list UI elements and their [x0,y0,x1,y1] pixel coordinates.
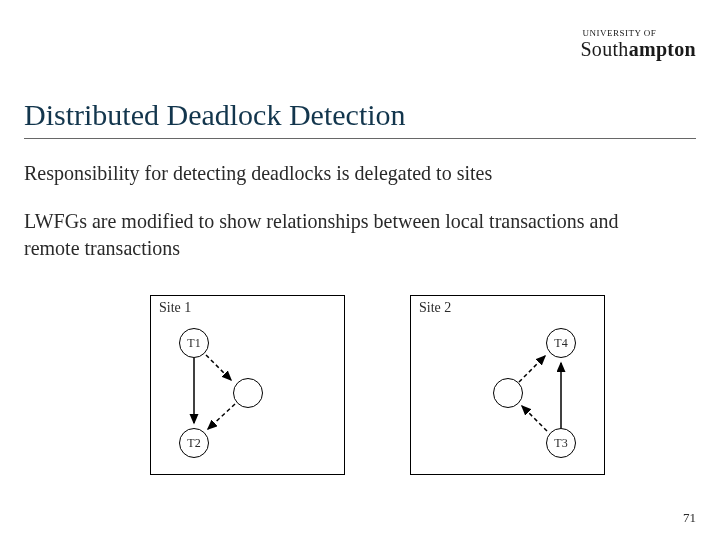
svg-line-1 [206,355,231,380]
node-t2: T2 [179,428,209,458]
node-t4: T4 [546,328,576,358]
page-number: 71 [683,510,696,526]
title-underline [24,138,696,139]
university-logo: UNIVERSITY OF Southampton [580,28,696,61]
node-t1: T1 [179,328,209,358]
site-2-label: Site 2 [419,300,451,316]
svg-line-5 [522,406,547,431]
svg-line-4 [519,356,545,382]
site-1-label: Site 1 [159,300,191,316]
node-external-2 [493,378,523,408]
logo-title: Southampton [580,38,696,61]
paragraph-2: LWFGs are modified to show relationships… [24,208,674,262]
site-2-box: Site 2 T4 T3 [410,295,605,475]
svg-line-2 [208,404,235,429]
logo-subtitle: UNIVERSITY OF [582,28,696,38]
slide-title: Distributed Deadlock Detection [24,98,406,132]
site-1-box: Site 1 T1 T2 [150,295,345,475]
paragraph-1: Responsibility for detecting deadlocks i… [24,160,492,186]
node-external-1 [233,378,263,408]
node-t3: T3 [546,428,576,458]
